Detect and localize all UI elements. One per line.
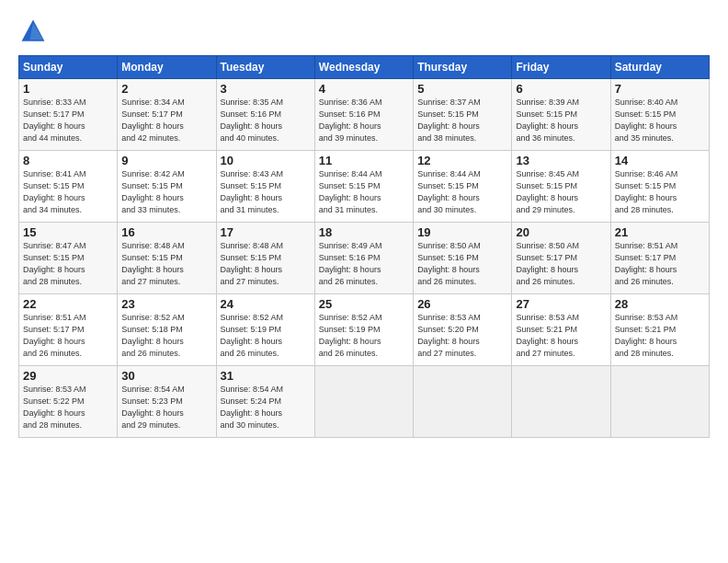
calendar-cell: 22Sunrise: 8:51 AMSunset: 5:17 PMDayligh…	[19, 294, 118, 366]
calendar-cell: 27Sunrise: 8:53 AMSunset: 5:21 PMDayligh…	[512, 294, 610, 366]
logo-icon	[18, 17, 48, 46]
calendar-cell: 14Sunrise: 8:46 AMSunset: 5:15 PMDayligh…	[610, 151, 709, 223]
calendar-cell	[414, 366, 512, 438]
day-number: 1	[23, 82, 113, 96]
day-number: 15	[23, 225, 113, 239]
cell-details: Sunrise: 8:40 AMSunset: 5:15 PMDaylight:…	[615, 97, 705, 144]
day-number: 16	[121, 225, 211, 239]
header	[18, 17, 710, 46]
calendar-cell	[314, 366, 413, 438]
day-number: 11	[319, 154, 409, 167]
day-number: 5	[417, 82, 507, 96]
day-number: 21	[615, 225, 705, 239]
calendar-cell: 23Sunrise: 8:52 AMSunset: 5:18 PMDayligh…	[118, 294, 216, 366]
day-number: 17	[221, 225, 311, 239]
calendar-cell	[512, 366, 610, 438]
day-number: 19	[417, 225, 507, 239]
cell-details: Sunrise: 8:53 AMSunset: 5:20 PMDaylight:…	[417, 312, 507, 360]
week-row-5: 29Sunrise: 8:53 AMSunset: 5:22 PMDayligh…	[19, 366, 710, 438]
calendar-cell: 16Sunrise: 8:48 AMSunset: 5:15 PMDayligh…	[118, 223, 216, 294]
calendar-cell: 9Sunrise: 8:42 AMSunset: 5:15 PMDaylight…	[118, 151, 216, 223]
calendar-cell: 29Sunrise: 8:53 AMSunset: 5:22 PMDayligh…	[19, 366, 118, 438]
cell-details: Sunrise: 8:35 AMSunset: 5:16 PMDaylight:…	[221, 97, 311, 144]
cell-details: Sunrise: 8:54 AMSunset: 5:23 PMDaylight:…	[121, 384, 211, 431]
cell-details: Sunrise: 8:52 AMSunset: 5:19 PMDaylight:…	[221, 312, 311, 360]
calendar-table: SundayMondayTuesdayWednesdayThursdayFrid…	[18, 55, 710, 438]
cell-details: Sunrise: 8:33 AMSunset: 5:17 PMDaylight:…	[23, 97, 113, 144]
calendar-cell: 31Sunrise: 8:54 AMSunset: 5:24 PMDayligh…	[216, 366, 314, 438]
calendar-cell: 15Sunrise: 8:47 AMSunset: 5:15 PMDayligh…	[19, 223, 118, 294]
cell-details: Sunrise: 8:34 AMSunset: 5:17 PMDaylight:…	[121, 97, 211, 144]
day-number: 25	[319, 297, 409, 311]
calendar-cell: 5Sunrise: 8:37 AMSunset: 5:15 PMDaylight…	[414, 79, 512, 151]
day-number: 22	[23, 297, 113, 311]
logo	[18, 17, 53, 46]
day-header-monday: Monday	[118, 56, 216, 79]
week-row-4: 22Sunrise: 8:51 AMSunset: 5:17 PMDayligh…	[19, 294, 710, 366]
cell-details: Sunrise: 8:48 AMSunset: 5:15 PMDaylight:…	[121, 240, 211, 288]
cell-details: Sunrise: 8:43 AMSunset: 5:15 PMDaylight:…	[221, 168, 311, 216]
calendar-cell: 4Sunrise: 8:36 AMSunset: 5:16 PMDaylight…	[314, 79, 413, 151]
calendar-cell: 19Sunrise: 8:50 AMSunset: 5:16 PMDayligh…	[414, 223, 512, 294]
day-number: 12	[417, 154, 507, 167]
day-header-tuesday: Tuesday	[216, 56, 314, 79]
cell-details: Sunrise: 8:41 AMSunset: 5:15 PMDaylight:…	[23, 168, 113, 216]
day-header-thursday: Thursday	[414, 56, 512, 79]
cell-details: Sunrise: 8:53 AMSunset: 5:22 PMDaylight:…	[23, 384, 113, 431]
calendar-cell: 8Sunrise: 8:41 AMSunset: 5:15 PMDaylight…	[19, 151, 118, 223]
calendar-cell: 25Sunrise: 8:52 AMSunset: 5:19 PMDayligh…	[314, 294, 413, 366]
calendar-cell: 26Sunrise: 8:53 AMSunset: 5:20 PMDayligh…	[414, 294, 512, 366]
calendar-cell: 18Sunrise: 8:49 AMSunset: 5:16 PMDayligh…	[314, 223, 413, 294]
calendar-cell: 10Sunrise: 8:43 AMSunset: 5:15 PMDayligh…	[216, 151, 314, 223]
day-number: 3	[221, 82, 311, 96]
cell-details: Sunrise: 8:48 AMSunset: 5:15 PMDaylight:…	[221, 240, 311, 288]
day-number: 8	[23, 154, 113, 167]
week-row-3: 15Sunrise: 8:47 AMSunset: 5:15 PMDayligh…	[19, 223, 710, 294]
day-number: 28	[615, 297, 705, 311]
cell-details: Sunrise: 8:49 AMSunset: 5:16 PMDaylight:…	[319, 240, 409, 288]
cell-details: Sunrise: 8:45 AMSunset: 5:15 PMDaylight:…	[516, 168, 606, 216]
cell-details: Sunrise: 8:44 AMSunset: 5:15 PMDaylight:…	[319, 168, 409, 216]
day-number: 6	[516, 82, 606, 96]
header-row: SundayMondayTuesdayWednesdayThursdayFrid…	[19, 56, 710, 79]
cell-details: Sunrise: 8:42 AMSunset: 5:15 PMDaylight:…	[121, 168, 211, 216]
cell-details: Sunrise: 8:37 AMSunset: 5:15 PMDaylight:…	[417, 97, 507, 144]
cell-details: Sunrise: 8:53 AMSunset: 5:21 PMDaylight:…	[615, 312, 705, 360]
day-number: 4	[319, 82, 409, 96]
calendar-cell: 12Sunrise: 8:44 AMSunset: 5:15 PMDayligh…	[414, 151, 512, 223]
cell-details: Sunrise: 8:44 AMSunset: 5:15 PMDaylight:…	[417, 168, 507, 216]
day-number: 30	[121, 369, 211, 383]
calendar-cell: 6Sunrise: 8:39 AMSunset: 5:15 PMDaylight…	[512, 79, 610, 151]
day-header-sunday: Sunday	[19, 56, 118, 79]
day-number: 31	[221, 369, 311, 383]
day-number: 2	[121, 82, 211, 96]
calendar-cell: 7Sunrise: 8:40 AMSunset: 5:15 PMDaylight…	[610, 79, 709, 151]
cell-details: Sunrise: 8:47 AMSunset: 5:15 PMDaylight:…	[23, 240, 113, 288]
day-header-friday: Friday	[512, 56, 610, 79]
page: SundayMondayTuesdayWednesdayThursdayFrid…	[0, 0, 728, 563]
cell-details: Sunrise: 8:50 AMSunset: 5:17 PMDaylight:…	[516, 240, 606, 288]
calendar-cell: 24Sunrise: 8:52 AMSunset: 5:19 PMDayligh…	[216, 294, 314, 366]
day-header-wednesday: Wednesday	[314, 56, 413, 79]
calendar-cell: 1Sunrise: 8:33 AMSunset: 5:17 PMDaylight…	[19, 79, 118, 151]
calendar-cell: 11Sunrise: 8:44 AMSunset: 5:15 PMDayligh…	[314, 151, 413, 223]
cell-details: Sunrise: 8:54 AMSunset: 5:24 PMDaylight:…	[221, 384, 311, 431]
day-number: 29	[23, 369, 113, 383]
day-number: 24	[221, 297, 311, 311]
calendar-cell: 13Sunrise: 8:45 AMSunset: 5:15 PMDayligh…	[512, 151, 610, 223]
calendar-cell: 28Sunrise: 8:53 AMSunset: 5:21 PMDayligh…	[610, 294, 709, 366]
day-number: 10	[221, 154, 311, 167]
cell-details: Sunrise: 8:51 AMSunset: 5:17 PMDaylight:…	[615, 240, 705, 288]
cell-details: Sunrise: 8:36 AMSunset: 5:16 PMDaylight:…	[319, 97, 409, 144]
day-number: 18	[319, 225, 409, 239]
cell-details: Sunrise: 8:39 AMSunset: 5:15 PMDaylight:…	[516, 97, 606, 144]
cell-details: Sunrise: 8:53 AMSunset: 5:21 PMDaylight:…	[516, 312, 606, 360]
cell-details: Sunrise: 8:52 AMSunset: 5:19 PMDaylight:…	[319, 312, 409, 360]
day-number: 9	[121, 154, 211, 167]
cell-details: Sunrise: 8:51 AMSunset: 5:17 PMDaylight:…	[23, 312, 113, 360]
calendar-cell: 21Sunrise: 8:51 AMSunset: 5:17 PMDayligh…	[610, 223, 709, 294]
day-number: 14	[615, 154, 705, 167]
day-number: 23	[121, 297, 211, 311]
day-number: 27	[516, 297, 606, 311]
calendar-cell: 20Sunrise: 8:50 AMSunset: 5:17 PMDayligh…	[512, 223, 610, 294]
